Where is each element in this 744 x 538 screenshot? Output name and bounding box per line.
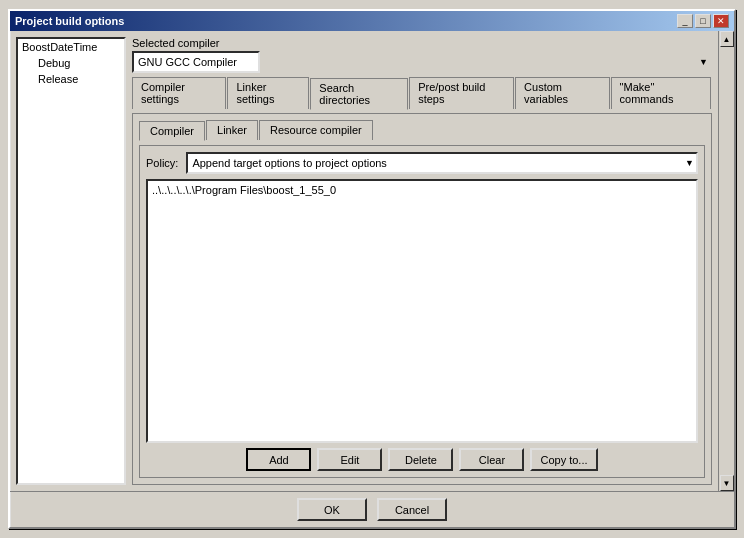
window-title: Project build options: [15, 15, 124, 27]
window-body: BoostDateTime Debug Release Selected com…: [10, 31, 718, 491]
tree-panel: BoostDateTime Debug Release: [16, 37, 126, 485]
tab-content: Compiler Linker Resource compiler Policy…: [132, 113, 712, 485]
title-bar: Project build options _ □ ✕: [10, 11, 734, 31]
window-content: BoostDateTime Debug Release Selected com…: [10, 31, 734, 491]
inner-tabs: Compiler Linker Resource compiler: [139, 120, 705, 140]
tree-child-debug[interactable]: Debug: [18, 55, 124, 71]
tab-prepost-build[interactable]: Pre/post build steps: [409, 77, 514, 109]
ok-button[interactable]: OK: [297, 498, 367, 521]
tree-root[interactable]: BoostDateTime: [18, 39, 124, 55]
inner-tab-resource[interactable]: Resource compiler: [259, 120, 373, 140]
compiler-section: Selected compiler GNU GCC Compiler: [132, 37, 712, 73]
bottom-bar: OK Cancel: [10, 491, 734, 527]
tab-compiler-settings[interactable]: Compiler settings: [132, 77, 226, 109]
main-window: Project build options _ □ ✕ BoostDateTim…: [8, 9, 736, 529]
add-button[interactable]: Add: [246, 448, 311, 471]
copy-to-button[interactable]: Copy to...: [530, 448, 597, 471]
maximize-button[interactable]: □: [695, 14, 711, 28]
close-button[interactable]: ✕: [713, 14, 729, 28]
tree-child-release[interactable]: Release: [18, 71, 124, 87]
title-bar-buttons: _ □ ✕: [677, 14, 729, 28]
compiler-select-wrapper: GNU GCC Compiler: [132, 51, 712, 73]
cancel-button[interactable]: Cancel: [377, 498, 447, 521]
policy-select[interactable]: Append target options to project options…: [186, 152, 698, 174]
delete-button[interactable]: Delete: [388, 448, 453, 471]
compiler-select[interactable]: GNU GCC Compiler: [132, 51, 260, 73]
minimize-button[interactable]: _: [677, 14, 693, 28]
policy-select-wrap: Append target options to project options…: [186, 152, 698, 174]
policy-row: Policy: Append target options to project…: [146, 152, 698, 174]
clear-button[interactable]: Clear: [459, 448, 524, 471]
tab-make-commands[interactable]: "Make" commands: [611, 77, 711, 109]
inner-tab-compiler[interactable]: Compiler: [139, 121, 205, 141]
compiler-label: Selected compiler: [132, 37, 712, 49]
policy-label: Policy:: [146, 157, 178, 169]
inner-tab-linker[interactable]: Linker: [206, 120, 258, 140]
inner-tab-content: Policy: Append target options to project…: [139, 145, 705, 478]
tab-linker-settings[interactable]: Linker settings: [227, 77, 309, 109]
right-scrollbar: ▲ ▼: [718, 31, 734, 491]
tab-search-directories[interactable]: Search directories: [310, 78, 408, 110]
right-panel: Selected compiler GNU GCC Compiler Compi…: [132, 37, 712, 485]
directory-list[interactable]: ..\..\..\..\.\Program Files\boost_1_55_0: [146, 179, 698, 443]
action-buttons: Add Edit Delete Clear Copy to...: [146, 448, 698, 471]
dir-entry-0: ..\..\..\..\.\Program Files\boost_1_55_0: [150, 183, 694, 197]
scroll-down-button[interactable]: ▼: [720, 475, 734, 491]
scroll-up-button[interactable]: ▲: [720, 31, 734, 47]
tab-custom-variables[interactable]: Custom variables: [515, 77, 609, 109]
main-tabs: Compiler settings Linker settings Search…: [132, 77, 712, 109]
edit-button[interactable]: Edit: [317, 448, 382, 471]
